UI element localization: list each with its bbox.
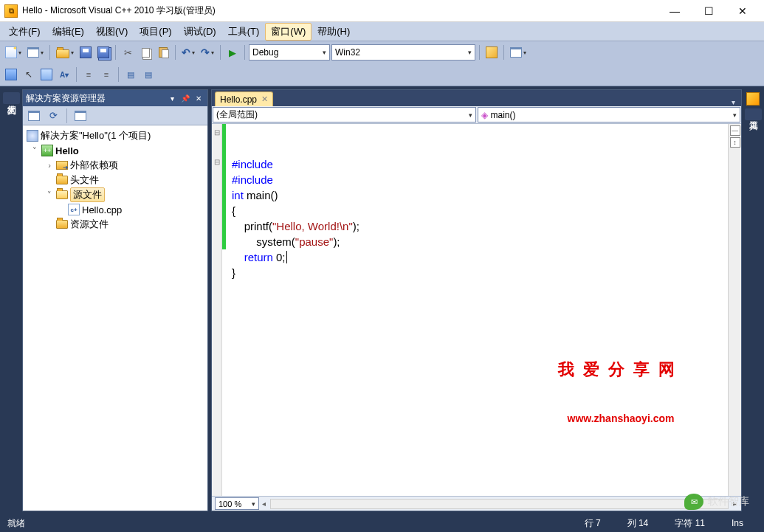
solution-explorer-panel: 解决方案资源管理器 ▾ 📌 ✕ ⟳ 解决方案"Hello"(1 个项目) ˅ +… xyxy=(22,89,208,511)
close-button[interactable]: ✕ xyxy=(726,0,760,22)
solution-icon xyxy=(27,130,38,142)
menubar: 文件(F) 编辑(E) 视图(V) 项目(P) 调试(D) 工具(T) 窗口(W… xyxy=(0,22,764,41)
scope-left-combo[interactable]: (全局范围) xyxy=(213,107,476,122)
comment-button[interactable]: ▤ xyxy=(123,66,139,83)
outdent-button[interactable]: ≡ xyxy=(98,66,114,83)
tree-resources-row[interactable]: 资源文件 xyxy=(24,217,206,232)
document-outline-tab[interactable]: 文档大纲 xyxy=(3,92,20,104)
save-all-button[interactable] xyxy=(95,44,111,61)
config-combo[interactable]: Debug xyxy=(249,44,330,61)
save-button[interactable] xyxy=(78,44,94,61)
expand-icon[interactable]: ˅ xyxy=(30,146,39,156)
vertical-scrollbar[interactable]: — ↕ xyxy=(728,124,741,496)
pin-icon[interactable]: 📌 xyxy=(179,92,191,104)
paste-button[interactable] xyxy=(155,44,171,61)
display-object-button[interactable] xyxy=(3,66,19,83)
menu-view[interactable]: 视图(V) xyxy=(90,23,134,41)
tree-project-label: Hello xyxy=(55,145,79,156)
refresh-button[interactable]: ⟳ xyxy=(45,108,61,124)
tree-sources-label: 源文件 xyxy=(70,187,105,202)
window-title: Hello - Microsoft Visual C++ 2010 学习版(管理… xyxy=(22,4,658,17)
solution-explorer-title: 解决方案资源管理器 xyxy=(26,92,106,105)
right-dock-strip: 工具箱 xyxy=(745,89,761,511)
tree-resources-label: 资源文件 xyxy=(70,218,109,231)
toolbox-tab[interactable]: 工具箱 xyxy=(745,108,762,120)
editor-tab[interactable]: Hello.cpp ✕ xyxy=(215,91,273,106)
code-editor[interactable]: #include#includeint main(){ printf("Hell… xyxy=(226,124,728,496)
status-ins: Ins xyxy=(732,518,743,528)
maximize-button[interactable]: ☐ xyxy=(692,0,726,22)
horizontal-scrollbar[interactable] xyxy=(270,499,729,509)
nav-back-button[interactable] xyxy=(38,66,55,83)
config-value: Debug xyxy=(252,47,278,58)
tree-solution-row[interactable]: 解决方案"Hello"(1 个项目) xyxy=(24,128,206,143)
editor-bottom-bar: 100 % ◂ ▸ xyxy=(212,496,741,511)
panel-close-icon[interactable]: ✕ xyxy=(193,92,204,104)
scroll-left-icon[interactable]: ◂ xyxy=(261,500,267,508)
scope-right-combo[interactable]: ◈main() xyxy=(478,107,741,122)
app-icon: ⧉ xyxy=(4,4,18,18)
open-file-button[interactable] xyxy=(54,44,76,61)
main-area: 文档大纲 解决方案资源管理器 ▾ 📌 ✕ ⟳ 解决方案"Hello"(1 个项目… xyxy=(0,86,764,514)
watermark: 我爱分享网 www.zhanshaoyi.com xyxy=(558,331,684,457)
redo-button[interactable]: ↷ xyxy=(199,44,216,61)
start-debug-button[interactable]: ▶ xyxy=(224,44,241,61)
folder-icon xyxy=(56,176,68,184)
tree-file-label: Hello.cpp xyxy=(82,204,122,215)
tree-solution-label: 解决方案"Hello"(1 个项目) xyxy=(41,129,151,142)
add-item-button[interactable] xyxy=(25,44,46,61)
cut-button[interactable]: ✂ xyxy=(120,44,136,61)
split-icon[interactable]: — xyxy=(730,125,740,136)
tab-close-icon[interactable]: ✕ xyxy=(261,94,268,104)
status-ready: 就绪 xyxy=(7,517,25,530)
folder-open-icon xyxy=(56,190,68,199)
toolbars: ✂ ↶ ↷ ▶ Debug Win32 ↖ A▾ ≡ ≡ ▤ ▤ xyxy=(0,41,764,86)
properties-button[interactable] xyxy=(72,108,89,124)
undo-button[interactable]: ↶ xyxy=(179,44,197,61)
tree-file-row[interactable]: c+ Hello.cpp xyxy=(24,202,206,217)
text-editor-toolbar: ↖ A▾ ≡ ≡ ▤ ▤ xyxy=(0,63,764,86)
copy-button[interactable] xyxy=(137,44,154,61)
expand-icon[interactable]: ˅ xyxy=(45,190,54,200)
menu-project[interactable]: 项目(P) xyxy=(134,23,177,41)
tree-headers-row[interactable]: 头文件 xyxy=(24,173,206,187)
uncomment-button[interactable]: ▤ xyxy=(140,66,156,83)
tree-external-row[interactable]: › 外部依赖项 xyxy=(24,158,206,173)
solution-explorer-toolbar: ⟳ xyxy=(23,106,207,125)
tab-dropdown-icon[interactable]: ▾ xyxy=(729,98,738,106)
menu-window[interactable]: 窗口(W) xyxy=(265,23,312,41)
menu-debug[interactable]: 调试(D) xyxy=(178,23,222,41)
method-icon: ◈ xyxy=(481,110,488,120)
menu-file[interactable]: 文件(F) xyxy=(3,23,47,41)
tree-external-label: 外部依赖项 xyxy=(70,159,118,172)
outline-margin[interactable]: ⊟ ⊟ xyxy=(212,124,222,496)
menu-help[interactable]: 帮助(H) xyxy=(312,23,356,41)
panel-menu-icon[interactable]: ▾ xyxy=(166,92,178,104)
tree-project-row[interactable]: ˅ ++ Hello xyxy=(24,143,206,158)
statusbar: 就绪 行 7 列 14 字符 11 Ins xyxy=(0,514,764,532)
menu-tools[interactable]: 工具(T) xyxy=(222,23,266,41)
watermark-big: 我爱分享网 xyxy=(558,362,684,377)
scope-left-value: (全局范围) xyxy=(216,108,258,121)
menu-edit[interactable]: 编辑(E) xyxy=(47,23,90,41)
select-arrow-button[interactable]: ↖ xyxy=(21,66,37,83)
tree-sources-row[interactable]: ˅ 源文件 xyxy=(24,187,206,202)
new-project-button[interactable] xyxy=(3,44,24,61)
nav-up-icon[interactable]: ↕ xyxy=(730,137,740,148)
indent-button[interactable]: ≡ xyxy=(80,66,97,83)
solution-explorer-header[interactable]: 解决方案资源管理器 ▾ 📌 ✕ xyxy=(23,90,207,106)
folder-icon xyxy=(56,220,68,229)
solution-tree[interactable]: 解决方案"Hello"(1 个项目) ˅ ++ Hello › 外部依赖项 头文… xyxy=(23,125,207,511)
toolbar-extra-button[interactable] xyxy=(508,44,529,61)
expand-icon[interactable]: › xyxy=(45,161,54,170)
platform-combo[interactable]: Win32 xyxy=(331,44,475,61)
status-col: 列 14 xyxy=(627,517,649,530)
titlebar: ⧉ Hello - Microsoft Visual C++ 2010 学习版(… xyxy=(0,0,764,22)
toggle-case-button[interactable]: A▾ xyxy=(56,66,72,83)
zoom-combo[interactable]: 100 % xyxy=(215,497,259,510)
find-in-files-button[interactable] xyxy=(483,44,500,61)
minimize-button[interactable]: — xyxy=(658,0,692,22)
home-button[interactable] xyxy=(26,108,42,124)
toolbox-icon xyxy=(746,92,760,106)
status-char: 字符 11 xyxy=(675,517,705,530)
